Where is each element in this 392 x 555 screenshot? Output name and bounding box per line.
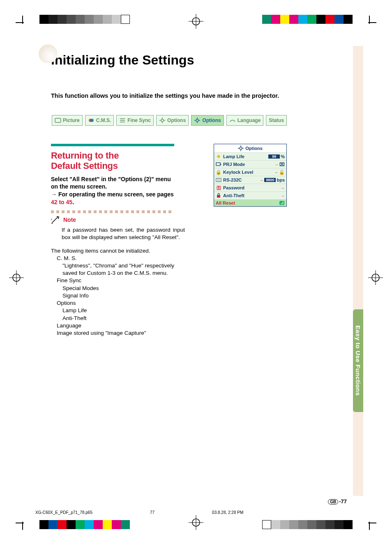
svg-rect-9 bbox=[55, 118, 61, 122]
svg-rect-15 bbox=[216, 163, 220, 166]
lock-icon: 🔒 bbox=[216, 169, 221, 175]
tab-label: Fine Sync bbox=[127, 117, 151, 123]
osd-row-label: All Reset bbox=[216, 200, 277, 205]
registration-target-icon bbox=[8, 269, 25, 286]
arrow-right-icon: → bbox=[259, 178, 263, 182]
color-strip bbox=[39, 520, 130, 529]
color-strip bbox=[262, 15, 353, 24]
osd-row-rs232c: RS-232C →9600bps bbox=[214, 176, 286, 184]
osd-row-lamp-life: ☀ Lamp Life 99% bbox=[214, 152, 286, 160]
heading-line1: Returning to the bbox=[51, 150, 119, 161]
registration-target-icon bbox=[188, 13, 204, 30]
print-registration-bottom bbox=[0, 516, 392, 528]
svg-rect-22 bbox=[279, 201, 284, 205]
grayscale-strip bbox=[262, 520, 353, 529]
tab-status: Status bbox=[266, 115, 287, 126]
tab-label: Language bbox=[238, 117, 261, 123]
list-item: "Lightness", "Chroma" and "Hue" respecti… bbox=[62, 262, 174, 277]
prj-icon bbox=[216, 161, 221, 167]
osd-row-label: Anti-Theft bbox=[223, 193, 279, 198]
unlock-icon: 🔓 bbox=[279, 170, 285, 175]
list-item: Signal Info bbox=[62, 292, 174, 299]
footer-file: XG-C60X_E_PDF_p71_78.p65 bbox=[35, 510, 92, 515]
footer-page: 77 bbox=[150, 510, 154, 515]
list-item: Lamp Life bbox=[62, 307, 174, 314]
svg-point-18 bbox=[218, 180, 219, 180]
picture-icon bbox=[55, 117, 61, 124]
osd-row-label: Keylock Level bbox=[223, 170, 272, 175]
osd-row-unit: bps bbox=[277, 177, 285, 182]
lead-paragraph: Select "All Reset" in the "Options (2)" … bbox=[51, 175, 174, 207]
list-item: Image stored using "Image Capture" bbox=[57, 329, 174, 337]
svg-rect-21 bbox=[217, 195, 220, 198]
footer-time: 03.8.28, 2:28 PM bbox=[212, 510, 243, 515]
list-item: C. M. S. bbox=[57, 255, 174, 262]
cms-icon bbox=[88, 117, 95, 124]
list-item: Language bbox=[57, 322, 174, 329]
svg-point-14 bbox=[240, 147, 242, 150]
options-icon bbox=[159, 117, 166, 124]
lead-line1: Select "All Reset" in the "Options (2)" … bbox=[51, 176, 171, 190]
section-heading: Returning to the Default Settings bbox=[51, 150, 339, 171]
osd-row-antitheft: Anti-Theft → bbox=[214, 191, 286, 199]
svg-point-17 bbox=[217, 180, 217, 180]
list-item: Anti-Theft bbox=[62, 315, 174, 322]
registration-target-icon bbox=[188, 514, 204, 531]
registration-target-icon bbox=[367, 269, 384, 286]
osd-row-label: RS-232C bbox=[223, 177, 258, 182]
svg-point-13 bbox=[196, 119, 198, 122]
tab-label: C.M.S. bbox=[96, 117, 111, 123]
options-icon bbox=[194, 117, 201, 124]
note-divider-dots bbox=[51, 210, 339, 213]
tv-icon: ⌧ bbox=[279, 162, 285, 167]
list-item: Options bbox=[57, 299, 174, 307]
finesync-icon bbox=[119, 117, 126, 124]
section-tab-label: Easy to Use Functions bbox=[355, 325, 362, 396]
svg-point-12 bbox=[161, 119, 164, 122]
note-label: Note bbox=[63, 216, 76, 223]
tab-finesync: Fine Sync bbox=[116, 115, 154, 126]
tab-label: Picture bbox=[63, 117, 80, 123]
tab-options-1: Options bbox=[156, 115, 189, 126]
heading-line2: Default Settings bbox=[51, 161, 118, 171]
grayscale-strip bbox=[39, 15, 130, 24]
intro-text: This function allows you to initialize t… bbox=[51, 92, 363, 99]
page-number: GB-77 bbox=[328, 498, 347, 504]
section-tab: Easy to Use Functions bbox=[353, 309, 363, 412]
page-body: Easy to Use Functions Initializing the S… bbox=[29, 36, 363, 504]
note-icon bbox=[51, 216, 62, 224]
tab-language: Language bbox=[226, 115, 264, 126]
menu-tab-bar: Picture C.M.S. Fine Sync Options Options… bbox=[52, 115, 287, 126]
osd-title: Options bbox=[245, 146, 263, 151]
osd-row-keylock: 🔒 Keylock Level →🔓 bbox=[214, 168, 286, 176]
arrow-icon: → bbox=[51, 191, 58, 198]
crop-mark-icon bbox=[16, 16, 30, 30]
key-icon: ⚿ bbox=[216, 185, 221, 191]
osd-title-row: Options bbox=[214, 144, 286, 152]
arrow-right-icon: → bbox=[281, 186, 285, 190]
osd-row-value: 9600 bbox=[264, 178, 276, 182]
page-title: Initializing the Settings bbox=[51, 53, 363, 68]
osd-row-label: PRJ Mode bbox=[223, 162, 273, 167]
lead-suffix: . bbox=[72, 199, 74, 205]
lamp-icon: ☀ bbox=[216, 154, 221, 159]
arrow-right-icon: → bbox=[274, 162, 279, 167]
osd-row-unit: % bbox=[281, 154, 285, 159]
list-item: Fine Sync bbox=[57, 277, 174, 284]
osd-row-password: ⚿ Password → bbox=[214, 184, 286, 191]
osd-row-label: Lamp Life bbox=[223, 154, 267, 159]
lead-line2: For operating the menu screen, see pages bbox=[58, 191, 174, 198]
page-reference-link[interactable]: 42 to 45 bbox=[51, 199, 72, 205]
page-number-prefix: GB bbox=[328, 499, 338, 504]
right-margin-band bbox=[353, 46, 363, 496]
svg-point-11 bbox=[90, 119, 94, 122]
crop-mark-icon bbox=[16, 516, 30, 530]
osd-row-label: Password bbox=[223, 185, 279, 190]
crop-mark-icon bbox=[362, 16, 376, 30]
svg-point-20 bbox=[220, 180, 221, 180]
svg-point-19 bbox=[219, 180, 220, 180]
list-item: Special Modes bbox=[62, 285, 174, 292]
print-registration-top bbox=[0, 16, 392, 28]
serial-icon bbox=[216, 177, 221, 183]
tab-label: Options bbox=[167, 117, 186, 123]
